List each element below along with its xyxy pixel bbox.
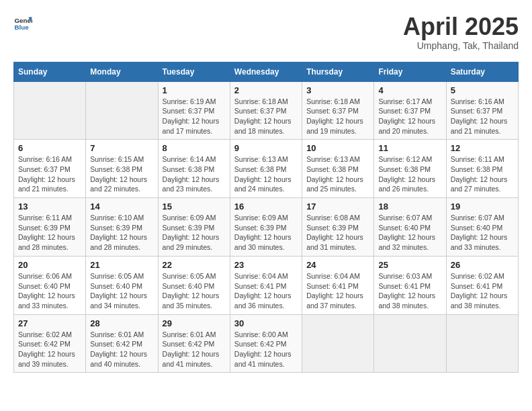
calendar-day-cell [14,81,86,140]
weekday-header: Monday [86,62,158,81]
calendar-day-cell: 26Sunrise: 6:02 AMSunset: 6:41 PMDayligh… [446,256,518,314]
calendar-day-cell: 24Sunrise: 6:04 AMSunset: 6:41 PMDayligh… [302,256,374,314]
day-number: 2 [234,85,298,95]
calendar-header: SundayMondayTuesdayWednesdayThursdayFrid… [14,62,519,81]
weekday-header: Saturday [446,62,518,81]
calendar-day-cell: 3Sunrise: 6:18 AMSunset: 6:37 PMDaylight… [302,81,374,140]
day-detail: Sunrise: 6:13 AMSunset: 6:38 PMDaylight:… [306,154,369,194]
day-detail: Sunrise: 6:15 AMSunset: 6:38 PMDaylight:… [90,154,153,194]
weekday-header: Wednesday [230,62,302,81]
day-number: 11 [378,143,441,153]
calendar-day-cell: 4Sunrise: 6:17 AMSunset: 6:37 PMDaylight… [374,81,446,140]
calendar-day-cell: 19Sunrise: 6:07 AMSunset: 6:40 PMDayligh… [446,198,518,257]
svg-text:Blue: Blue [14,24,29,31]
calendar-day-cell: 7Sunrise: 6:15 AMSunset: 6:38 PMDaylight… [86,140,158,198]
weekday-header: Thursday [302,62,374,81]
calendar-day-cell: 14Sunrise: 6:10 AMSunset: 6:39 PMDayligh… [86,198,158,257]
calendar-body: 1Sunrise: 6:19 AMSunset: 6:37 PMDaylight… [14,81,519,373]
day-detail: Sunrise: 6:16 AMSunset: 6:37 PMDaylight:… [451,97,514,136]
day-detail: Sunrise: 6:19 AMSunset: 6:37 PMDaylight:… [163,97,226,136]
day-number: 14 [90,201,153,212]
weekday-row: SundayMondayTuesdayWednesdayThursdayFrid… [14,62,519,81]
day-detail: Sunrise: 6:13 AMSunset: 6:38 PMDaylight:… [234,154,298,194]
day-number: 17 [306,201,369,212]
calendar-day-cell: 17Sunrise: 6:08 AMSunset: 6:39 PMDayligh… [302,198,374,257]
day-number: 3 [306,85,369,95]
calendar-day-cell: 30Sunrise: 6:00 AMSunset: 6:42 PMDayligh… [230,314,302,373]
day-number: 8 [163,143,226,153]
day-number: 24 [306,260,369,270]
calendar-day-cell: 1Sunrise: 6:19 AMSunset: 6:37 PMDaylight… [158,81,230,140]
day-detail: Sunrise: 6:08 AMSunset: 6:39 PMDaylight:… [306,213,369,253]
day-number: 29 [163,318,226,328]
page-subtitle: Umphang, Tak, Thailand [403,40,519,51]
calendar-day-cell [374,314,446,373]
calendar-day-cell: 8Sunrise: 6:14 AMSunset: 6:38 PMDaylight… [158,140,230,198]
day-number: 6 [18,143,81,153]
calendar-week-row: 20Sunrise: 6:06 AMSunset: 6:40 PMDayligh… [14,256,519,314]
day-number: 13 [18,201,81,212]
page-header: General Blue April 2025 Umphang, Tak, Th… [13,13,519,51]
day-detail: Sunrise: 6:11 AMSunset: 6:38 PMDaylight:… [451,154,514,194]
day-detail: Sunrise: 6:01 AMSunset: 6:42 PMDaylight:… [163,330,226,369]
day-detail: Sunrise: 6:04 AMSunset: 6:41 PMDaylight:… [306,271,369,311]
day-detail: Sunrise: 6:07 AMSunset: 6:40 PMDaylight:… [451,213,514,253]
day-number: 23 [234,260,298,270]
day-number: 30 [234,318,298,328]
calendar-day-cell: 12Sunrise: 6:11 AMSunset: 6:38 PMDayligh… [446,140,518,198]
calendar-day-cell: 21Sunrise: 6:05 AMSunset: 6:40 PMDayligh… [86,256,158,314]
calendar-day-cell: 20Sunrise: 6:06 AMSunset: 6:40 PMDayligh… [14,256,86,314]
calendar-day-cell [446,314,518,373]
day-detail: Sunrise: 6:18 AMSunset: 6:37 PMDaylight:… [306,97,369,136]
day-number: 15 [163,201,226,212]
day-number: 7 [90,143,153,153]
weekday-header: Friday [374,62,446,81]
day-number: 1 [163,85,226,95]
day-number: 21 [90,260,153,270]
day-detail: Sunrise: 6:03 AMSunset: 6:41 PMDaylight:… [378,271,441,311]
calendar-week-row: 13Sunrise: 6:11 AMSunset: 6:39 PMDayligh… [14,198,519,257]
calendar-day-cell: 16Sunrise: 6:09 AMSunset: 6:39 PMDayligh… [230,198,302,257]
calendar-day-cell: 22Sunrise: 6:05 AMSunset: 6:40 PMDayligh… [158,256,230,314]
day-number: 12 [451,143,514,153]
calendar-week-row: 27Sunrise: 6:02 AMSunset: 6:42 PMDayligh… [14,314,519,373]
day-detail: Sunrise: 6:09 AMSunset: 6:39 PMDaylight:… [163,213,226,253]
day-number: 20 [18,260,81,270]
day-detail: Sunrise: 6:00 AMSunset: 6:42 PMDaylight:… [234,330,298,369]
day-number: 16 [234,201,298,212]
day-number: 18 [378,201,441,212]
day-number: 26 [451,260,514,270]
day-detail: Sunrise: 6:12 AMSunset: 6:38 PMDaylight:… [378,154,441,194]
weekday-header: Tuesday [158,62,230,81]
day-number: 10 [306,143,369,153]
calendar-day-cell: 18Sunrise: 6:07 AMSunset: 6:40 PMDayligh… [374,198,446,257]
calendar-day-cell: 25Sunrise: 6:03 AMSunset: 6:41 PMDayligh… [374,256,446,314]
day-detail: Sunrise: 6:07 AMSunset: 6:40 PMDaylight:… [378,213,441,253]
calendar-day-cell: 27Sunrise: 6:02 AMSunset: 6:42 PMDayligh… [14,314,86,373]
calendar-day-cell: 13Sunrise: 6:11 AMSunset: 6:39 PMDayligh… [14,198,86,257]
calendar-week-row: 6Sunrise: 6:16 AMSunset: 6:37 PMDaylight… [14,140,519,198]
day-number: 28 [90,318,153,328]
day-detail: Sunrise: 6:10 AMSunset: 6:39 PMDaylight:… [90,213,153,253]
day-number: 9 [234,143,298,153]
day-detail: Sunrise: 6:11 AMSunset: 6:39 PMDaylight:… [18,213,81,253]
calendar-day-cell: 29Sunrise: 6:01 AMSunset: 6:42 PMDayligh… [158,314,230,373]
weekday-header: Sunday [14,62,86,81]
day-detail: Sunrise: 6:04 AMSunset: 6:41 PMDaylight:… [234,271,298,311]
day-detail: Sunrise: 6:01 AMSunset: 6:42 PMDaylight:… [90,330,153,369]
calendar-day-cell: 23Sunrise: 6:04 AMSunset: 6:41 PMDayligh… [230,256,302,314]
day-number: 22 [163,260,226,270]
day-number: 25 [378,260,441,270]
day-detail: Sunrise: 6:02 AMSunset: 6:42 PMDaylight:… [18,330,81,369]
day-number: 4 [378,85,441,95]
day-detail: Sunrise: 6:14 AMSunset: 6:38 PMDaylight:… [163,154,226,194]
day-detail: Sunrise: 6:05 AMSunset: 6:40 PMDaylight:… [163,271,226,311]
calendar-day-cell: 9Sunrise: 6:13 AMSunset: 6:38 PMDaylight… [230,140,302,198]
calendar-day-cell: 11Sunrise: 6:12 AMSunset: 6:38 PMDayligh… [374,140,446,198]
day-detail: Sunrise: 6:05 AMSunset: 6:40 PMDaylight:… [90,271,153,311]
page-title: April 2025 [403,13,519,40]
calendar-week-row: 1Sunrise: 6:19 AMSunset: 6:37 PMDaylight… [14,81,519,140]
day-detail: Sunrise: 6:17 AMSunset: 6:37 PMDaylight:… [378,97,441,136]
calendar-day-cell [302,314,374,373]
day-detail: Sunrise: 6:06 AMSunset: 6:40 PMDaylight:… [18,271,81,311]
